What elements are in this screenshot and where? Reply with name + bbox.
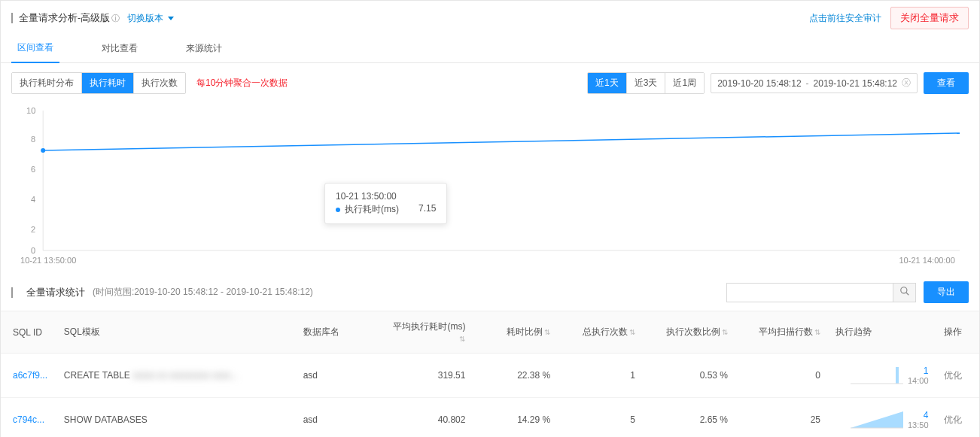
search-box — [726, 283, 916, 302]
time-from: 2019-10-20 15:48:12 — [717, 78, 801, 89]
svg-point-9 — [41, 148, 45, 153]
trend-time: 13:50 — [908, 420, 929, 429]
audit-link[interactable]: 点击前往安全审计 — [809, 12, 881, 25]
sql-id-link[interactable]: c794c... — [13, 414, 44, 425]
avg-time-cell: 40.802 — [380, 398, 473, 438]
sort-icon: ⇅ — [629, 330, 635, 334]
svg-text:2: 2 — [31, 225, 35, 234]
sql-template-cell: CREATE TABLE xxxxx xx xxxxxxxxx xxxx... — [56, 354, 296, 398]
col-ops: 操作 — [936, 311, 979, 354]
sql-template-cell: SHOW DATABASES — [56, 398, 296, 438]
page-title: 全量请求分析-高级版 — [19, 11, 110, 25]
avg-time-cell: 319.51 — [380, 354, 473, 398]
svg-text:4: 4 — [31, 195, 35, 204]
svg-rect-14 — [896, 367, 899, 384]
section-title: 全量请求统计 — [26, 286, 85, 299]
sort-icon: ⇅ — [814, 330, 820, 334]
time-sep: - — [806, 78, 809, 89]
svg-text:10: 10 — [26, 106, 35, 115]
col-trend[interactable]: 执行趋势 — [828, 311, 936, 354]
view-button[interactable]: 查看 — [924, 72, 969, 94]
table-header-row: SQL ID SQL模板 数据库名 平均执行耗时(ms)⇅ 耗时比例⇅ 总执行次… — [1, 311, 979, 354]
svg-text:8: 8 — [31, 135, 35, 144]
sql-id-link[interactable]: a6c7f9... — [13, 370, 47, 381]
exec-count-cell: 1 — [558, 354, 643, 398]
trend-value: 4 — [924, 410, 929, 420]
scan-rows-cell: 0 — [735, 354, 828, 398]
aggregation-hint: 每10分钟聚合一次数据 — [196, 77, 288, 90]
time-pct-cell: 22.38 % — [473, 354, 558, 398]
range-toggle-group: 近1天 近3天 近1周 — [587, 72, 705, 94]
trend-spark: 114:00 — [835, 366, 929, 385]
svg-text:10-21 13:50:00: 10-21 13:50:00 — [20, 256, 76, 265]
time-to: 2019-10-21 15:48:12 — [814, 78, 897, 89]
trend-time: 14:00 — [908, 376, 929, 385]
sort-icon: ⇅ — [544, 330, 550, 334]
switch-version-label: 切换版本 — [127, 13, 163, 23]
sort-icon: ⇅ — [459, 337, 465, 341]
svg-text:6: 6 — [31, 165, 35, 174]
close-full-request-button[interactable]: 关闭全量请求 — [890, 7, 969, 29]
optimize-link[interactable]: 优化 — [944, 414, 962, 425]
svg-line-13 — [905, 293, 908, 296]
time-pct-cell: 14.29 % — [473, 398, 558, 438]
clear-time-icon[interactable]: ⓧ — [902, 77, 911, 90]
col-db[interactable]: 数据库名 — [296, 311, 381, 354]
table-row: a6c7f9... CREATE TABLE xxxxx xx xxxxxxxx… — [1, 354, 979, 398]
title-marker — [11, 13, 13, 23]
chart-svg: 10 8 6 4 2 0 10-21 13:50:00 10-21 14:00:… — [20, 103, 960, 266]
svg-text:10-21 14:00:00: 10-21 14:00:00 — [899, 256, 954, 265]
export-button[interactable]: 导出 — [924, 281, 969, 303]
help-icon[interactable]: ⓘ — [111, 13, 120, 24]
col-sqlid[interactable]: SQL ID — [1, 311, 56, 354]
metric-dist-button[interactable]: 执行耗时分布 — [12, 73, 82, 93]
tab-source[interactable]: 来源统计 — [180, 35, 228, 62]
col-scan-rows[interactable]: 平均扫描行数⇅ — [735, 311, 828, 354]
svg-marker-16 — [851, 411, 903, 428]
search-icon — [899, 286, 910, 296]
col-avg-time[interactable]: 平均执行耗时(ms)⇅ — [380, 311, 473, 354]
db-cell: asd — [296, 398, 381, 438]
switch-version-link[interactable]: 切换版本 — [127, 12, 173, 25]
metric-count-button[interactable]: 执行次数 — [134, 73, 185, 93]
tab-interval[interactable]: 区间查看 — [11, 34, 59, 63]
search-input[interactable] — [727, 284, 893, 302]
range-1w-button[interactable]: 近1周 — [665, 73, 704, 93]
trend-spark: 413:50 — [835, 410, 929, 429]
main-tabs: 区间查看 对比查看 来源统计 — [1, 34, 979, 63]
section-marker — [11, 287, 13, 298]
trend-value: 1 — [924, 366, 929, 376]
svg-point-12 — [900, 287, 906, 293]
svg-text:0: 0 — [31, 246, 35, 255]
metric-time-button[interactable]: 执行耗时 — [82, 73, 134, 93]
optimize-link[interactable]: 优化 — [944, 370, 962, 381]
metric-toggle-group: 执行耗时分布 执行耗时 执行次数 — [11, 72, 186, 94]
time-range-picker[interactable]: 2019-10-20 15:48:12 - 2019-10-21 15:48:1… — [711, 73, 918, 93]
scan-rows-cell: 25 — [735, 398, 828, 438]
chevron-down-icon — [168, 17, 174, 20]
range-3d-button[interactable]: 近3天 — [627, 73, 666, 93]
chart-area: 10 8 6 4 2 0 10-21 13:50:00 10-21 14:00:… — [1, 103, 979, 274]
tab-compare[interactable]: 对比查看 — [96, 35, 144, 62]
db-cell: asd — [296, 354, 381, 398]
col-template[interactable]: SQL模板 — [56, 311, 296, 354]
range-1d-button[interactable]: 近1天 — [588, 73, 627, 93]
sort-icon: ⇅ — [722, 330, 728, 334]
svg-line-8 — [43, 133, 960, 150]
col-exec-count[interactable]: 总执行次数⇅ — [558, 311, 643, 354]
table-row: c794c... SHOW DATABASES asd 40.802 14.29… — [1, 398, 979, 438]
section-subtitle: (时间范围:2019-10-20 15:48:12 - 2019-10-21 1… — [93, 286, 313, 299]
exec-count-cell: 5 — [558, 398, 643, 438]
spark-chart — [851, 410, 903, 429]
col-exec-pct[interactable]: 执行次数比例⇅ — [643, 311, 735, 354]
sql-stats-table: SQL ID SQL模板 数据库名 平均执行耗时(ms)⇅ 耗时比例⇅ 总执行次… — [1, 311, 979, 437]
col-time-pct[interactable]: 耗时比例⇅ — [473, 311, 558, 354]
exec-pct-cell: 0.53 % — [643, 354, 735, 398]
spark-chart — [851, 366, 903, 385]
search-button[interactable] — [893, 284, 915, 302]
exec-pct-cell: 2.65 % — [643, 398, 735, 438]
